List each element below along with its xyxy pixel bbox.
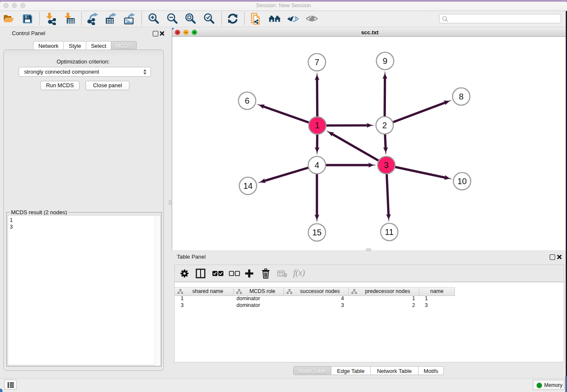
svg-text:2: 2	[382, 121, 387, 130]
svg-text:9: 9	[383, 56, 387, 66]
svg-text:3: 3	[384, 160, 388, 170]
svg-text:4: 4	[314, 160, 319, 170]
svg-text:8: 8	[459, 92, 463, 101]
svg-text:1: 1	[315, 121, 319, 130]
svg-text:11: 11	[385, 227, 394, 237]
svg-text:6: 6	[245, 96, 249, 105]
svg-text:14: 14	[243, 181, 253, 190]
svg-text:7: 7	[314, 58, 319, 67]
svg-text:10: 10	[457, 177, 467, 186]
svg-text:15: 15	[312, 228, 322, 237]
